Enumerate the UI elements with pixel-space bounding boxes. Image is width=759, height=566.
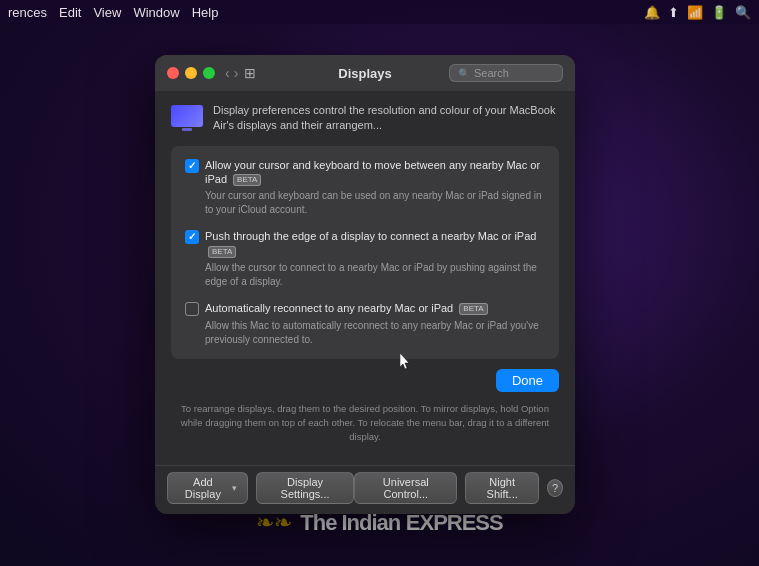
menubar-item-view[interactable]: View	[93, 5, 121, 20]
display-settings-button[interactable]: Display Settings...	[256, 472, 355, 504]
search-icon: 🔍	[458, 68, 470, 79]
description-text: Display preferences control the resoluti…	[213, 103, 559, 134]
menubar-item-edit[interactable]: Edit	[59, 5, 81, 20]
menubar-item-prefs[interactable]: rences	[8, 5, 47, 20]
option-title-3: Automatically reconnect to any nearby Ma…	[205, 301, 488, 315]
cursor	[400, 353, 412, 371]
airdrop-icon: ⬆	[668, 5, 679, 20]
displays-window: ‹ › ⊞ Displays 🔍 Display preferences con…	[155, 55, 575, 514]
beta-badge-3: BETA	[459, 303, 487, 315]
back-arrow-icon[interactable]: ‹	[225, 65, 230, 81]
help-button[interactable]: ?	[547, 479, 563, 497]
option-desc-1: Your cursor and keyboard can be used on …	[205, 189, 545, 217]
display-icon	[171, 105, 203, 127]
menubar-item-window[interactable]: Window	[133, 5, 179, 20]
wifi-icon: 📶	[687, 5, 703, 20]
watermark: ❧❧ The Indian EXPRESS	[256, 510, 502, 536]
close-button[interactable]	[167, 67, 179, 79]
search-icon[interactable]: 🔍	[735, 5, 751, 20]
option-desc-2: Allow the cursor to connect to a nearby …	[205, 261, 545, 289]
beta-badge-1: BETA	[233, 174, 261, 186]
checkmark-icon-1: ✓	[188, 161, 196, 171]
titlebar: ‹ › ⊞ Displays 🔍	[155, 55, 575, 91]
options-panel: ✓ Allow your cursor and keyboard to move…	[171, 146, 559, 359]
bottom-right-buttons: Universal Control... Night Shift... ?	[354, 472, 563, 504]
minimize-button[interactable]	[185, 67, 197, 79]
checkbox-2[interactable]: ✓	[185, 230, 199, 244]
search-box[interactable]: 🔍	[449, 64, 563, 82]
beta-badge-2: BETA	[208, 246, 236, 258]
grid-icon: ⊞	[244, 65, 256, 81]
option-item-1: ✓ Allow your cursor and keyboard to move…	[185, 158, 545, 218]
battery-icon: 🔋	[711, 5, 727, 20]
done-button[interactable]: Done	[496, 369, 559, 392]
menubar-right: 🔔 ⬆ 📶 🔋 🔍	[644, 5, 751, 20]
footer-text: To rearrange displays, drag them to the …	[171, 402, 559, 445]
done-button-row: Done	[171, 369, 559, 392]
option-title-2: Push through the edge of a display to co…	[205, 229, 545, 258]
bottom-left-buttons: Add Display Display Settings...	[167, 472, 354, 504]
forward-arrow-icon[interactable]: ›	[234, 65, 239, 81]
bottom-buttons: Add Display Display Settings... Universa…	[155, 465, 575, 514]
option-header-1: ✓ Allow your cursor and keyboard to move…	[185, 158, 545, 187]
watermark-italic: The Indian	[300, 510, 400, 535]
description-bar: Display preferences control the resoluti…	[171, 103, 559, 134]
window-title: Displays	[338, 66, 391, 81]
watermark-text: The Indian EXPRESS	[300, 510, 502, 536]
option-item-2: ✓ Push through the edge of a display to …	[185, 229, 545, 289]
watermark-bold: EXPRESS	[406, 510, 503, 535]
watermark-lines-icon: ❧❧	[256, 512, 292, 534]
option-header-2: ✓ Push through the edge of a display to …	[185, 229, 545, 258]
add-display-button[interactable]: Add Display	[167, 472, 248, 504]
option-item-3: Automatically reconnect to any nearby Ma…	[185, 301, 545, 347]
checkmark-icon-2: ✓	[188, 232, 196, 242]
night-shift-button[interactable]: Night Shift...	[465, 472, 539, 504]
notification-icon: 🔔	[644, 5, 660, 20]
option-title-1: Allow your cursor and keyboard to move b…	[205, 158, 545, 187]
search-input[interactable]	[474, 67, 554, 79]
maximize-button[interactable]	[203, 67, 215, 79]
menubar-item-help[interactable]: Help	[192, 5, 219, 20]
nav-arrows: ‹ ›	[225, 65, 238, 81]
checkbox-1[interactable]: ✓	[185, 159, 199, 173]
window-content: Display preferences control the resoluti…	[155, 91, 575, 465]
menubar: rences Edit View Window Help 🔔 ⬆ 📶 🔋 🔍	[0, 0, 759, 24]
option-desc-3: Allow this Mac to automatically reconnec…	[205, 319, 545, 347]
option-header-3: Automatically reconnect to any nearby Ma…	[185, 301, 545, 316]
checkbox-3[interactable]	[185, 302, 199, 316]
traffic-lights	[167, 67, 215, 79]
menubar-left: rences Edit View Window Help	[8, 5, 218, 20]
universal-control-button[interactable]: Universal Control...	[354, 472, 457, 504]
